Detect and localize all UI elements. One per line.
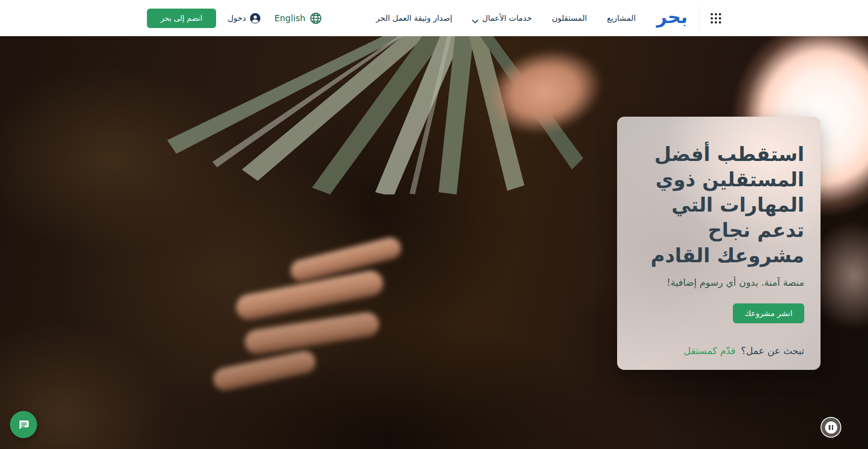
video-pause-button[interactable] bbox=[821, 417, 841, 438]
join-bahr-button[interactable]: انضم إلى بحر bbox=[147, 9, 216, 28]
nav-item-business-services[interactable]: خدمات الأعمال bbox=[472, 14, 532, 23]
account-icon bbox=[250, 13, 261, 24]
language-label: English bbox=[274, 13, 306, 23]
top-navigation-bar: بحر المشاريع المستقلون خدمات الأعمال إصد… bbox=[0, 0, 868, 36]
nav-item-projects[interactable]: المشاريع bbox=[607, 14, 636, 23]
nav-item-freelancers[interactable]: المستقلون bbox=[552, 14, 587, 23]
chevron-down-icon bbox=[472, 16, 478, 20]
globe-icon bbox=[310, 12, 322, 24]
publish-project-button[interactable]: انشر مشروعك bbox=[733, 303, 804, 323]
bahr-logo[interactable]: بحر bbox=[656, 8, 688, 28]
header-divider bbox=[698, 6, 699, 30]
hero-text-card: استقطب أفضل المستقلين ذوي المهارات التي … bbox=[617, 117, 821, 370]
hero-subtext: منصة آمنة. بدون أي رسوم إضافية! bbox=[633, 277, 804, 288]
hero-section: استقطب أفضل المستقلين ذوي المهارات التي … bbox=[0, 36, 868, 449]
login-label: دخول bbox=[228, 14, 246, 23]
chat-icon bbox=[17, 418, 30, 431]
language-switcher[interactable]: English bbox=[274, 12, 322, 24]
apply-as-freelancer-link[interactable]: قدّم كمستقل bbox=[684, 345, 736, 356]
chat-widget-button[interactable] bbox=[10, 411, 37, 438]
nav-item-freelance-document[interactable]: إصدار وثيقة العمل الحر bbox=[376, 14, 453, 23]
apps-grid-icon[interactable] bbox=[711, 13, 721, 24]
main-nav: المشاريع المستقلون خدمات الأعمال إصدار و… bbox=[376, 14, 636, 23]
looking-for-work-text: تبحث عن عمل؟ bbox=[741, 345, 804, 356]
pause-icon bbox=[825, 421, 837, 434]
hero-heading: استقطب أفضل المستقلين ذوي المهارات التي … bbox=[633, 142, 804, 268]
login-button[interactable]: دخول bbox=[228, 13, 261, 24]
